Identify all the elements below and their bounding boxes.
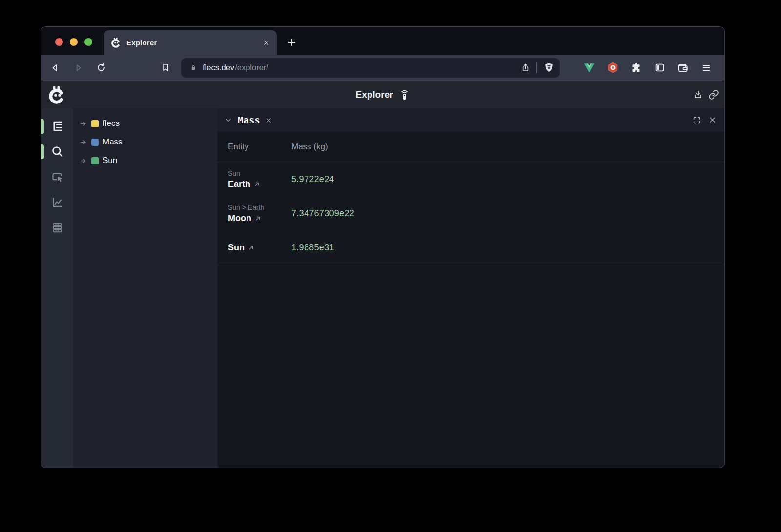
- table-header-row: Entity Mass (kg): [217, 132, 724, 162]
- entity-parent-path: Sun > Earth: [228, 204, 291, 211]
- traffic-light-zoom[interactable]: [84, 38, 92, 46]
- reload-button[interactable]: [95, 61, 107, 74]
- active-indicator: [41, 119, 44, 134]
- tree-item-flecs[interactable]: flecs: [73, 114, 217, 133]
- traffic-lights: [55, 38, 92, 46]
- tool-chart-button[interactable]: [50, 195, 64, 209]
- brave-shield-button[interactable]: [542, 61, 555, 74]
- url-domain: flecs.dev: [203, 63, 234, 72]
- lock-icon: [189, 61, 198, 74]
- expand-arrow-icon[interactable]: [79, 157, 87, 165]
- query-panel: Mass: [217, 108, 724, 468]
- mass-value: 7.34767309e22: [291, 208, 724, 219]
- vue-devtools-button[interactable]: [583, 61, 596, 74]
- extensions-area: [583, 61, 713, 74]
- tab-close-button[interactable]: [263, 39, 270, 46]
- query-close-button[interactable]: [265, 117, 272, 124]
- browser-tab[interactable]: Explorer: [104, 30, 277, 55]
- tool-rows-button[interactable]: [50, 221, 64, 234]
- entity-color-swatch: [91, 157, 99, 164]
- divider: [536, 62, 537, 73]
- expand-arrow-icon[interactable]: [79, 120, 87, 128]
- tree-item-sun[interactable]: Sun: [73, 151, 217, 170]
- table-row[interactable]: Sun > Earth Moon 7.34767309e22: [217, 196, 724, 230]
- bookmark-button[interactable]: [159, 61, 172, 74]
- tree-item-label: flecs: [103, 119, 120, 128]
- table-row[interactable]: Sun 1.9885e31: [217, 230, 724, 265]
- entity-tree-panel: flecs Mass Sun: [73, 108, 217, 468]
- tree-item-label: Mass: [103, 137, 123, 147]
- hexagon-extension-button[interactable]: [606, 61, 619, 74]
- traffic-light-close[interactable]: [55, 38, 63, 46]
- wallet-button[interactable]: [677, 61, 689, 74]
- query-panel-header: Mass: [217, 108, 724, 132]
- link-button[interactable]: [708, 89, 719, 101]
- url-bar[interactable]: flecs.dev/explorer/: [181, 58, 560, 78]
- tab-bar: Explorer: [41, 27, 724, 55]
- query-tab-label: Mass: [238, 115, 260, 125]
- mass-value: 5.9722e24: [291, 174, 724, 184]
- tool-search-button[interactable]: [50, 144, 64, 158]
- fullscreen-button[interactable]: [692, 116, 701, 125]
- entity-color-swatch: [91, 120, 99, 127]
- menu-button[interactable]: [700, 61, 713, 74]
- column-header-entity: Entity: [228, 142, 291, 152]
- back-button[interactable]: [49, 61, 62, 74]
- connection-remote-icon[interactable]: [399, 89, 410, 101]
- extensions-button[interactable]: [630, 61, 642, 74]
- tree-item-label: Sun: [103, 156, 117, 165]
- open-entity-icon[interactable]: [254, 181, 260, 187]
- url-path: /explorer/: [235, 63, 268, 72]
- entity-name[interactable]: Earth: [228, 179, 250, 189]
- tool-tree-button[interactable]: [50, 119, 64, 133]
- entity-name[interactable]: Sun: [228, 243, 245, 253]
- new-tab-button[interactable]: [284, 34, 300, 51]
- app-content: flecs Mass Sun: [41, 108, 724, 468]
- forward-button[interactable]: [72, 61, 84, 74]
- tree-item-mass[interactable]: Mass: [73, 133, 217, 151]
- flecs-favicon-icon: [110, 37, 121, 48]
- entity-name[interactable]: Moon: [228, 213, 251, 224]
- app-header: Explorer: [41, 81, 724, 108]
- open-entity-icon[interactable]: [248, 245, 254, 251]
- browser-window: Explorer: [41, 27, 724, 468]
- expand-arrow-icon[interactable]: [79, 138, 87, 146]
- active-indicator: [41, 144, 44, 159]
- column-header-mass: Mass (kg): [291, 142, 724, 152]
- download-button[interactable]: [692, 89, 704, 101]
- share-button[interactable]: [519, 61, 532, 74]
- page-title: Explorer: [355, 89, 393, 100]
- tab-title: Explorer: [126, 39, 257, 47]
- entity-parent-path: Sun: [228, 169, 291, 177]
- tool-sidebar: [41, 108, 73, 468]
- mass-value: 1.9885e31: [291, 243, 724, 253]
- entity-color-swatch: [91, 139, 99, 146]
- panel-close-button[interactable]: [708, 116, 717, 125]
- collapse-chevron-icon[interactable]: [224, 116, 233, 124]
- query-result-table: Entity Mass (kg) Sun Earth: [217, 132, 724, 265]
- sidebar-toggle-button[interactable]: [653, 61, 666, 74]
- open-entity-icon[interactable]: [255, 215, 261, 222]
- traffic-light-minimize[interactable]: [70, 38, 78, 46]
- table-row[interactable]: Sun Earth 5.9722e24: [217, 162, 724, 196]
- browser-toolbar: flecs.dev/explorer/: [41, 55, 724, 81]
- tool-inspect-button[interactable]: [50, 170, 64, 184]
